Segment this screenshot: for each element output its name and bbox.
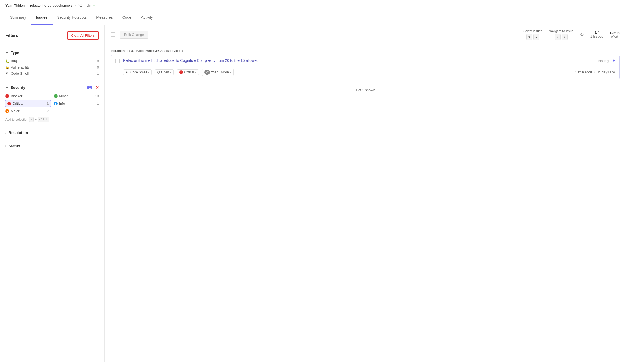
- issue-effort: 10min effort: [575, 70, 592, 74]
- navigate-prev-button[interactable]: ‹: [555, 34, 561, 40]
- issues-count: 1 / 1 issues: [590, 31, 603, 39]
- critical-count: 1: [47, 101, 49, 105]
- breadcrumb: Yoan Thirion > refactoring-du-bouchonnoi…: [0, 0, 626, 11]
- check-icon: ✓: [93, 3, 96, 7]
- severity-section-header[interactable]: ▼ Severity 1 ✕: [5, 85, 99, 90]
- select-all-checkbox[interactable]: [111, 32, 115, 37]
- tab-issues[interactable]: Issues: [31, 11, 53, 25]
- vulnerability-count: 0: [97, 65, 99, 69]
- navigate-issue-controls: ‹ ›: [555, 34, 568, 40]
- code-smell-count: 1: [97, 71, 99, 75]
- issue-severity-badge[interactable]: Critical ▾: [177, 69, 199, 75]
- critical-icon: [7, 102, 11, 105]
- resolution-chevron-icon: ›: [5, 131, 6, 135]
- select-issues-controls: ▼ ▲: [526, 34, 539, 40]
- bug-count: 0: [97, 59, 99, 63]
- vulnerability-label: Vulnerability: [11, 65, 29, 69]
- issue-checkbox[interactable]: [115, 59, 120, 63]
- tab-activity[interactable]: Activity: [136, 11, 158, 25]
- blocker-label: Blocker: [11, 94, 47, 98]
- refresh-button[interactable]: ↻: [580, 32, 584, 37]
- issue-title: Refactor this method to reduce its Cogni…: [123, 58, 595, 63]
- severity-grid: Blocker 0 Minor 13 Critical 1: [5, 93, 99, 114]
- issue-status-badge[interactable]: Open ▾: [155, 69, 174, 75]
- select-issues-label: Select issues: [523, 29, 542, 33]
- select-up-button[interactable]: ▲: [533, 34, 539, 40]
- shown-count: 1 of 1 shown: [105, 84, 626, 96]
- issues-fraction: 1 /: [590, 31, 603, 35]
- minor-icon: [54, 94, 58, 98]
- assignee-dropdown-icon: ▾: [230, 71, 231, 74]
- type-filter-vulnerability[interactable]: 🔒 Vulnerability 0: [5, 64, 99, 70]
- severity-blocker[interactable]: Blocker 0: [5, 93, 51, 99]
- type-section-header[interactable]: ▼ Type: [5, 51, 99, 55]
- select-down-button[interactable]: ▼: [526, 34, 532, 40]
- status-filter-section: › Status: [5, 139, 99, 152]
- major-label: Major: [11, 109, 45, 113]
- severity-major[interactable]: Major 20: [5, 108, 51, 114]
- type-section-label: Type: [11, 51, 19, 55]
- branch-icon: ⌥: [78, 3, 82, 7]
- type-filter-code-smell[interactable]: ☯ Code Smell 1: [5, 70, 99, 77]
- resolution-section-header[interactable]: › Resolution: [5, 131, 99, 135]
- status-circle-icon: [157, 71, 160, 74]
- severity-dropdown-icon: ▾: [195, 71, 196, 74]
- critical-label: Critical: [13, 101, 45, 105]
- toolbar-right: Select issues ▼ ▲ Navigate to issue ‹ › …: [523, 29, 620, 40]
- add-tag-button[interactable]: +: [613, 58, 615, 63]
- type-filter-section: ▼ Type 🐛 Bug 0 🔒 Vulnerability: [5, 46, 99, 81]
- navigate-issue-group: Navigate to issue ‹ ›: [549, 29, 573, 40]
- severity-info[interactable]: Info 1: [54, 100, 99, 107]
- tab-code[interactable]: Code: [118, 11, 136, 25]
- info-icon: [54, 102, 58, 105]
- issue-assignee-badge[interactable]: YT Yoan Thirion ▾: [202, 69, 234, 76]
- bulk-change-button[interactable]: Bulk Change: [120, 31, 148, 39]
- bug-icon: 🐛: [5, 59, 9, 63]
- type-dropdown-icon: ▾: [148, 71, 149, 74]
- filters-title: Filters: [5, 33, 18, 38]
- cmd-key: ⌘: [29, 117, 34, 122]
- breadcrumb-branch[interactable]: main: [84, 3, 91, 7]
- issue-type-badge[interactable]: ☯ Code Smell ▾: [123, 69, 152, 75]
- select-issues-group: Select issues ▼ ▲: [523, 29, 542, 40]
- issue-type-label: Code Smell: [130, 70, 147, 74]
- severity-section-label: Severity: [11, 85, 25, 90]
- breadcrumb-user[interactable]: Yoan Thirion: [5, 3, 25, 7]
- clear-filters-button[interactable]: Clear All Filters: [67, 31, 99, 40]
- info-label: Info: [59, 101, 95, 105]
- issues-count-label: 1 issues: [590, 35, 603, 39]
- breadcrumb-sep2: >: [74, 3, 76, 7]
- nav-tabs: Summary Issues Security Hotspots Measure…: [0, 11, 626, 25]
- type-filter-items: 🐛 Bug 0 🔒 Vulnerability 0 ☯: [5, 58, 99, 77]
- tab-security-hotspots[interactable]: Security Hotspots: [53, 11, 92, 25]
- code-smell-label: Code Smell: [11, 71, 29, 75]
- navigate-next-button[interactable]: ›: [562, 34, 568, 40]
- type-chevron-icon: ▼: [5, 51, 9, 55]
- severity-critical[interactable]: Critical 1: [5, 100, 51, 107]
- severity-active-badge: 1: [87, 86, 92, 89]
- issue-time-ago: 15 days ago: [598, 70, 615, 74]
- sidebar: Filters Clear All Filters ▼ Type 🐛 Bug 0: [0, 25, 105, 362]
- click-key: click: [38, 117, 49, 122]
- issue-meta: 10min effort • 15 days ago: [575, 70, 615, 74]
- plus-sep: +: [35, 118, 37, 122]
- effort-value: 10min: [609, 31, 620, 35]
- navigate-issue-label: Navigate to issue: [549, 29, 573, 33]
- issue-title-link[interactable]: Refactor this method to reduce its Cogni…: [123, 58, 260, 63]
- type-filter-bug[interactable]: 🐛 Bug 0: [5, 58, 99, 64]
- severity-clear-icon[interactable]: ✕: [96, 85, 99, 90]
- tab-measures[interactable]: Measures: [91, 11, 117, 25]
- select-all-checkbox-wrap[interactable]: [111, 32, 115, 37]
- no-tags-label: No tags: [598, 59, 610, 63]
- status-section-header[interactable]: › Status: [5, 144, 99, 148]
- major-count: 20: [47, 109, 50, 113]
- blocker-count: 0: [49, 94, 50, 98]
- minor-label: Minor: [59, 94, 94, 98]
- severity-minor[interactable]: Minor 13: [54, 93, 99, 99]
- assignee-avatar: YT: [204, 70, 210, 75]
- info-count: 1: [97, 101, 99, 105]
- tab-summary[interactable]: Summary: [5, 11, 31, 25]
- toolbar: Bulk Change Select issues ▼ ▲ Navigate t…: [105, 25, 626, 44]
- breadcrumb-project[interactable]: refactoring-du-bouchonnois: [30, 3, 72, 7]
- code-smell-icon: ☯: [5, 72, 9, 75]
